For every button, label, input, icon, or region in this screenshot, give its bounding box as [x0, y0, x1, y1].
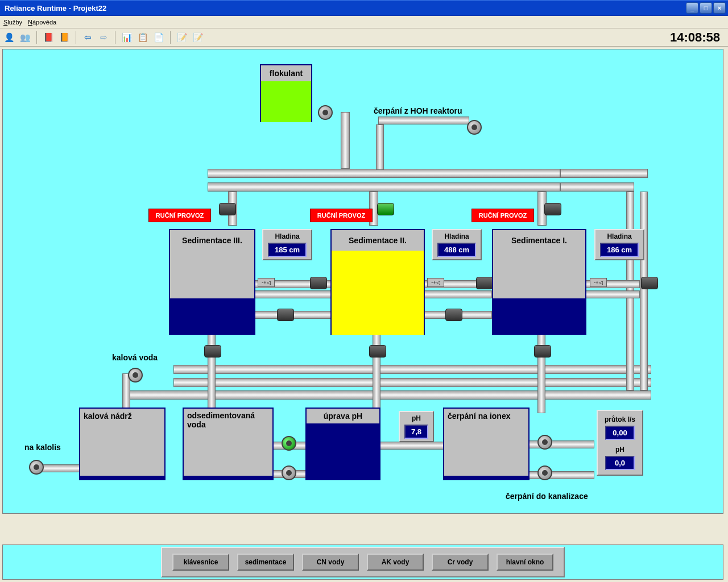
- sed2-hladina-value: 488 cm: [437, 243, 476, 257]
- uprava-ph-fill: [307, 423, 379, 480]
- user-icon[interactable]: 👤: [3, 32, 15, 43]
- odsed-voda-label: odsedimentovaná voda: [184, 409, 272, 431]
- sedimentace-button[interactable]: sedimentace: [237, 554, 294, 571]
- process-canvas: flokulant čerpání z HOH reaktoru RUČNÍ P…: [2, 49, 723, 514]
- sed2-fill: [332, 251, 424, 335]
- kalova-nadrz-label: kalová nádrž: [80, 409, 164, 423]
- motor-icon[interactable]: [476, 277, 493, 289]
- uprava-ph-tank[interactable]: úprava pH: [305, 408, 380, 480]
- sed2-hladina-panel: Hladina 488 cm: [432, 229, 482, 260]
- motor-icon[interactable]: [641, 277, 658, 289]
- sed3-hladina-value: 185 cm: [268, 243, 307, 257]
- pipe: [526, 471, 594, 479]
- pipe: [37, 464, 82, 472]
- pipe: [378, 117, 469, 124]
- pump-icon[interactable]: [282, 436, 296, 451]
- pump-icon[interactable]: [128, 368, 143, 383]
- valve-icon[interactable]: -+◁: [258, 278, 275, 287]
- motor-icon[interactable]: [204, 345, 221, 357]
- hlavni-okno-button[interactable]: hlavní okno: [497, 554, 553, 571]
- sed1-hladina-value: 186 cm: [600, 243, 639, 257]
- pipe: [253, 290, 333, 298]
- motor-icon[interactable]: [544, 203, 561, 215]
- valve-icon[interactable]: -+◁: [427, 278, 444, 287]
- pipe: [128, 390, 651, 400]
- sed3-title: Sedimentace III.: [170, 230, 254, 251]
- cr-vody-button[interactable]: Cr vody: [432, 554, 489, 571]
- sed1-fill: [493, 298, 585, 335]
- klavesnice-button[interactable]: klávesnice: [172, 554, 229, 571]
- close-button[interactable]: ×: [713, 2, 726, 14]
- pipe: [640, 192, 648, 390]
- cerpani-ionex-tank[interactable]: čerpání na ionex: [443, 408, 530, 480]
- motor-icon[interactable]: [310, 277, 327, 289]
- cerpani-kanal-label: čerpání do kanalizace: [506, 492, 588, 501]
- motor-icon[interactable]: [534, 345, 551, 357]
- sed1-hladina-panel: Hladina 186 cm: [594, 229, 644, 260]
- sed3-fill: [170, 298, 254, 335]
- sed2-tank[interactable]: Sedimentace II.: [330, 229, 425, 335]
- right-panel: průtok l/s 0,00 pH 0,0: [597, 410, 643, 476]
- chart-icon[interactable]: 📊: [121, 32, 133, 43]
- pump-icon[interactable]: [318, 105, 333, 120]
- ak-vody-button[interactable]: AK vody: [367, 554, 424, 571]
- sed1-status[interactable]: RUČNÍ PROVOZ: [471, 209, 534, 222]
- maximize-button[interactable]: □: [700, 2, 712, 14]
- report-icon[interactable]: 📄: [153, 32, 164, 43]
- pump-icon[interactable]: [29, 460, 44, 475]
- sed2-status[interactable]: RUČNÍ PROVOZ: [310, 209, 373, 222]
- minimize-button[interactable]: _: [686, 2, 698, 14]
- hladina-label: Hladina: [444, 232, 469, 240]
- flokulant-label: flokulant: [261, 65, 311, 81]
- motor-icon[interactable]: [369, 345, 386, 357]
- motor-icon[interactable]: [277, 309, 294, 321]
- motor-icon[interactable]: [377, 203, 394, 215]
- odsed-voda-tank[interactable]: odsedimentovaná voda: [183, 408, 274, 480]
- menu-services[interactable]: Služby: [3, 19, 22, 26]
- pump-icon[interactable]: [537, 465, 552, 480]
- pipe: [560, 169, 648, 178]
- pipe: [560, 182, 634, 192]
- toolbar: 👤 👥 📕 📙 ⇦ ⇨ 📊 📋 📄 📝 📝 14:08:58: [0, 28, 728, 47]
- ph-value: 7,8: [404, 425, 428, 439]
- sed2-title: Sedimentace II.: [332, 230, 424, 251]
- hoh-label: čerpání z HOH reaktoru: [374, 106, 462, 115]
- sed3-tank[interactable]: Sedimentace III.: [169, 229, 255, 335]
- motor-icon[interactable]: [445, 309, 462, 321]
- pump-icon[interactable]: [537, 435, 552, 450]
- back-icon[interactable]: ⇦: [82, 32, 93, 43]
- flokulant-tank[interactable]: flokulant: [260, 64, 312, 122]
- odsed-voda-fill: [184, 476, 272, 480]
- ph-right-label: pH: [615, 446, 624, 454]
- kalova-nadrz-tank[interactable]: kalová nádrž: [79, 408, 166, 480]
- user2-icon[interactable]: 👥: [19, 32, 31, 43]
- pipe: [376, 124, 384, 170]
- edit2-icon[interactable]: 📝: [192, 32, 204, 43]
- cerpani-ionex-label: čerpání na ionex: [444, 409, 528, 423]
- ph-label: pH: [412, 414, 421, 422]
- pipe: [526, 440, 594, 448]
- prutok-value: 0,00: [605, 426, 635, 440]
- sed3-status[interactable]: RUČNÍ PROVOZ: [148, 209, 211, 222]
- titlebar: Reliance Runtime - Projekt22 _ □ ×: [0, 0, 728, 16]
- prutok-label: průtok l/s: [605, 415, 635, 423]
- pipe: [173, 365, 651, 374]
- cn-vody-button[interactable]: CN vody: [302, 554, 359, 571]
- pipe: [583, 290, 640, 298]
- doc-orange-icon[interactable]: 📙: [59, 32, 70, 43]
- ph-panel: pH 7,8: [399, 411, 434, 442]
- na-kalolis-label: na kalolis: [24, 443, 61, 452]
- forward-icon[interactable]: ⇨: [98, 32, 109, 43]
- pipe: [341, 112, 350, 169]
- sed1-tank[interactable]: Sedimentace I.: [492, 229, 586, 335]
- menu-help[interactable]: Nápověda: [28, 19, 56, 26]
- pump-icon[interactable]: [467, 120, 482, 135]
- footer: klávesnice sedimentace CN vody AK vody C…: [2, 544, 723, 580]
- doc-red-icon[interactable]: 📕: [43, 32, 54, 43]
- pump-icon[interactable]: [282, 465, 296, 480]
- edit1-icon[interactable]: 📝: [176, 32, 188, 43]
- pipe: [208, 182, 560, 192]
- sheet-icon[interactable]: 📋: [137, 32, 148, 43]
- valve-icon[interactable]: -+◁: [590, 278, 607, 287]
- motor-icon[interactable]: [219, 203, 236, 215]
